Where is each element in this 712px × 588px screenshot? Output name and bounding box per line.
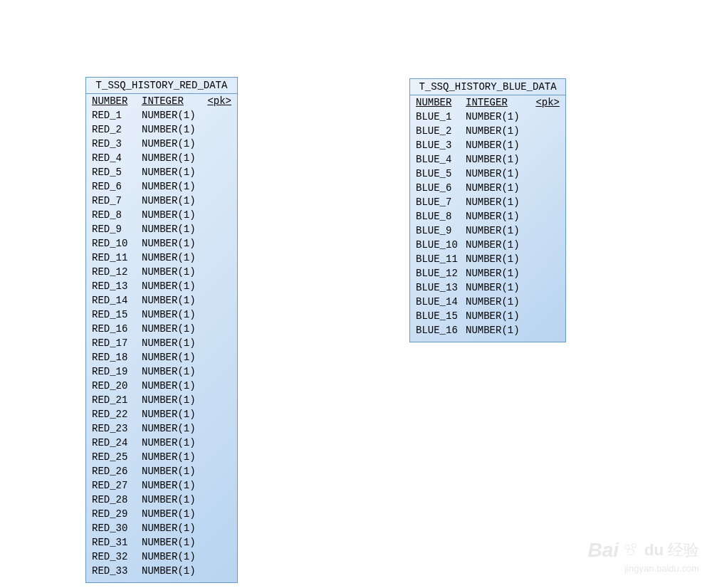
table-row: RED_31NUMBER(1) [92, 535, 231, 550]
column-name: RED_4 [92, 151, 142, 165]
table-red-header: NUMBER INTEGER <pk> [86, 94, 237, 108]
column-name: RED_12 [92, 265, 142, 279]
column-name: BLUE_8 [416, 209, 466, 224]
header-col-pk: <pk> [203, 95, 231, 107]
column-type: NUMBER(1) [142, 478, 231, 493]
watermark-url: jingyan.baidu.com [588, 563, 699, 574]
column-type: NUMBER(1) [466, 124, 560, 138]
column-name: RED_24 [92, 436, 142, 450]
column-type: NUMBER(1) [142, 151, 231, 165]
table-row: RED_16NUMBER(1) [92, 322, 231, 336]
column-type: NUMBER(1) [142, 265, 231, 279]
column-name: BLUE_11 [416, 252, 466, 266]
header-col-number: NUMBER [416, 97, 466, 108]
column-type: NUMBER(1) [466, 309, 560, 323]
table-blue-body: BLUE_1NUMBER(1)BLUE_2NUMBER(1)BLUE_3NUMB… [410, 110, 565, 342]
table-row: RED_12NUMBER(1) [92, 265, 231, 279]
column-name: RED_22 [92, 407, 142, 421]
table-row: BLUE_3NUMBER(1) [416, 138, 560, 152]
table-row: RED_5NUMBER(1) [92, 165, 231, 179]
column-type: NUMBER(1) [142, 322, 231, 336]
column-type: NUMBER(1) [142, 236, 231, 251]
column-type: NUMBER(1) [466, 295, 560, 309]
watermark-du: du [644, 541, 664, 560]
table-red-title: T_SSQ_HISTORY_RED_DATA [86, 78, 237, 94]
column-name: BLUE_14 [416, 295, 466, 309]
column-name: BLUE_9 [416, 224, 466, 238]
column-type: NUMBER(1) [142, 108, 231, 122]
column-name: RED_8 [92, 208, 142, 222]
table-row: BLUE_11NUMBER(1) [416, 252, 560, 266]
watermark-bai: Bai [588, 539, 619, 562]
table-blue: T_SSQ_HISTORY_BLUE_DATA NUMBER INTEGER <… [409, 78, 566, 342]
column-type: NUMBER(1) [466, 138, 560, 152]
column-name: BLUE_10 [416, 238, 466, 252]
column-type: NUMBER(1) [142, 564, 231, 578]
table-red: T_SSQ_HISTORY_RED_DATA NUMBER INTEGER <p… [85, 77, 238, 583]
column-type: NUMBER(1) [466, 238, 560, 252]
header-col-integer: INTEGER [142, 95, 203, 107]
table-row: BLUE_4NUMBER(1) [416, 152, 560, 167]
column-name: RED_7 [92, 194, 142, 208]
column-name: BLUE_12 [416, 266, 466, 280]
column-name: RED_1 [92, 108, 142, 122]
column-type: NUMBER(1) [142, 293, 231, 308]
column-name: RED_23 [92, 421, 142, 436]
column-type: NUMBER(1) [142, 521, 231, 535]
column-name: RED_6 [92, 179, 142, 194]
column-type: NUMBER(1) [142, 393, 231, 407]
column-name: RED_26 [92, 464, 142, 478]
table-row: BLUE_14NUMBER(1) [416, 295, 560, 309]
column-type: NUMBER(1) [466, 252, 560, 266]
column-name: BLUE_13 [416, 280, 466, 295]
column-name: RED_19 [92, 364, 142, 379]
table-blue-header: NUMBER INTEGER <pk> [410, 95, 565, 110]
column-type: NUMBER(1) [142, 421, 231, 436]
column-name: BLUE_4 [416, 152, 466, 167]
table-row: BLUE_16NUMBER(1) [416, 323, 560, 337]
column-type: NUMBER(1) [466, 195, 560, 209]
table-row: BLUE_8NUMBER(1) [416, 209, 560, 224]
header-col-integer: INTEGER [466, 97, 531, 108]
column-name: RED_20 [92, 379, 142, 393]
table-row: BLUE_5NUMBER(1) [416, 167, 560, 181]
column-name: RED_15 [92, 308, 142, 322]
table-row: RED_29NUMBER(1) [92, 507, 231, 521]
column-type: NUMBER(1) [142, 535, 231, 550]
table-row: RED_25NUMBER(1) [92, 450, 231, 464]
column-type: NUMBER(1) [466, 110, 560, 124]
table-row: BLUE_13NUMBER(1) [416, 280, 560, 295]
column-name: RED_31 [92, 535, 142, 550]
table-row: RED_9NUMBER(1) [92, 222, 231, 236]
table-red-body: RED_1NUMBER(1)RED_2NUMBER(1)RED_3NUMBER(… [86, 108, 237, 582]
column-name: BLUE_3 [416, 138, 466, 152]
column-name: RED_25 [92, 450, 142, 464]
column-name: RED_21 [92, 393, 142, 407]
table-row: RED_26NUMBER(1) [92, 464, 231, 478]
table-row: RED_1NUMBER(1) [92, 108, 231, 122]
table-row: RED_20NUMBER(1) [92, 379, 231, 393]
column-name: RED_17 [92, 336, 142, 350]
column-type: NUMBER(1) [466, 224, 560, 238]
column-type: NUMBER(1) [142, 122, 231, 137]
table-row: RED_8NUMBER(1) [92, 208, 231, 222]
column-type: NUMBER(1) [142, 450, 231, 464]
table-row: RED_11NUMBER(1) [92, 251, 231, 265]
paw-icon [623, 543, 640, 557]
column-name: RED_3 [92, 137, 142, 151]
table-row: RED_4NUMBER(1) [92, 151, 231, 165]
column-name: RED_13 [92, 279, 142, 293]
column-name: RED_14 [92, 293, 142, 308]
column-name: RED_11 [92, 251, 142, 265]
table-row: RED_27NUMBER(1) [92, 478, 231, 493]
column-name: RED_18 [92, 350, 142, 364]
header-col-number: NUMBER [92, 95, 142, 107]
column-type: NUMBER(1) [142, 407, 231, 421]
table-row: BLUE_10NUMBER(1) [416, 238, 560, 252]
column-type: NUMBER(1) [466, 152, 560, 167]
table-row: RED_2NUMBER(1) [92, 122, 231, 137]
column-type: NUMBER(1) [466, 323, 560, 337]
column-type: NUMBER(1) [142, 222, 231, 236]
column-name: RED_16 [92, 322, 142, 336]
table-row: BLUE_15NUMBER(1) [416, 309, 560, 323]
